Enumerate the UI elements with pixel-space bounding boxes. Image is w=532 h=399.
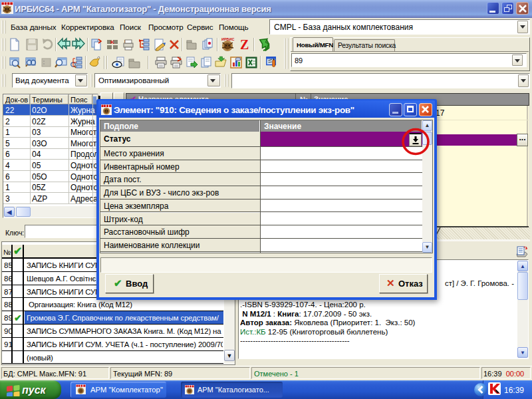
- svg-text:Z: Z: [240, 37, 249, 52]
- svg-text:K: K: [110, 39, 114, 45]
